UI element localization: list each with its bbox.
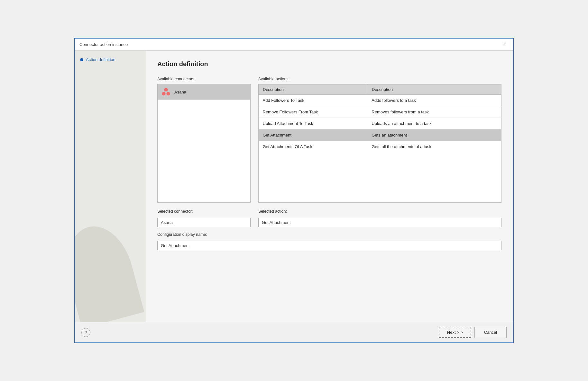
cancel-button[interactable]: Cancel (474, 327, 507, 338)
actions-table-container[interactable]: Description Description Add Followers To… (258, 84, 501, 203)
action-desc-cell: Gets all the attchments of a task (368, 141, 501, 153)
dialog-window: Connector action instance × Action defin… (74, 38, 514, 343)
table-row[interactable]: Add Followers To TaskAdds followers to a… (259, 95, 501, 106)
next-button[interactable]: Next > > (439, 327, 471, 338)
connector-item-asana[interactable]: Asana (158, 84, 250, 100)
actions-section: Available actions: Description Descripti… (258, 77, 501, 203)
main-content: Action definition Available connectors: (146, 51, 513, 322)
dialog-title: Connector action instance (79, 42, 128, 47)
selected-action-group: Selected action: (258, 209, 501, 227)
svg-point-2 (166, 92, 170, 95)
svg-point-0 (164, 88, 168, 91)
table-row[interactable]: Get Attachments Of A TaskGets all the at… (259, 141, 501, 153)
sidebar-item-label: Action definition (86, 57, 115, 62)
action-name-cell: Get Attachments Of A Task (259, 141, 368, 153)
footer-buttons: Next > > Cancel (439, 327, 507, 338)
action-desc-cell: Removes followers from a task (368, 106, 501, 118)
help-button[interactable]: ? (81, 328, 90, 337)
table-header-row: Description Description (259, 84, 501, 95)
action-desc-cell: Uploads an attachment to a task (368, 118, 501, 129)
sidebar: Action definition (75, 51, 146, 322)
connector-name-asana: Asana (174, 90, 186, 94)
selected-connector-label: Selected connector: (157, 209, 251, 214)
action-name-cell: Get Attachment (259, 129, 368, 141)
action-desc-cell: Gets an atachment (368, 129, 501, 141)
actions-table: Description Description Add Followers To… (259, 84, 501, 152)
config-display-name-group: Configuration display name: (157, 232, 501, 250)
action-desc-cell: Adds followers to a task (368, 95, 501, 106)
table-row[interactable]: Upload Attachment To TaskUploads an atta… (259, 118, 501, 129)
col-header-desc: Description (368, 84, 501, 95)
available-connectors-label: Available connectors: (157, 77, 251, 81)
available-actions-label: Available actions: (258, 77, 501, 81)
dialog-footer: ? Next > > Cancel (75, 322, 513, 342)
asana-icon (161, 87, 171, 97)
two-column-section: Available connectors: As (157, 77, 501, 203)
sidebar-item-action-definition[interactable]: Action definition (80, 57, 141, 62)
table-row[interactable]: Remove Followers From TaskRemoves follow… (259, 106, 501, 118)
dialog-body: Action definition Action definition Avai… (75, 51, 513, 322)
action-name-cell: Upload Attachment To Task (259, 118, 368, 129)
config-display-name-label: Configuration display name: (157, 232, 501, 237)
sidebar-bullet (80, 58, 83, 61)
svg-point-1 (162, 92, 165, 95)
selected-fields-row: Selected connector: Selected action: (157, 209, 501, 227)
selected-connector-input[interactable] (157, 218, 251, 227)
action-name-cell: Remove Followers From Task (259, 106, 368, 118)
selected-action-label: Selected action: (258, 209, 501, 214)
config-display-name-input[interactable] (157, 241, 501, 250)
col-header-name: Description (259, 84, 368, 95)
table-row[interactable]: Get AttachmentGets an atachment (259, 129, 501, 141)
sidebar-decoration (75, 219, 144, 322)
page-title: Action definition (157, 60, 501, 68)
connectors-section: Available connectors: As (157, 77, 251, 203)
action-name-cell: Add Followers To Task (259, 95, 368, 106)
close-button[interactable]: × (501, 41, 509, 48)
selected-action-input[interactable] (258, 218, 501, 227)
connectors-list[interactable]: Asana (157, 84, 251, 203)
title-bar: Connector action instance × (75, 39, 513, 51)
selected-connector-group: Selected connector: (157, 209, 251, 227)
